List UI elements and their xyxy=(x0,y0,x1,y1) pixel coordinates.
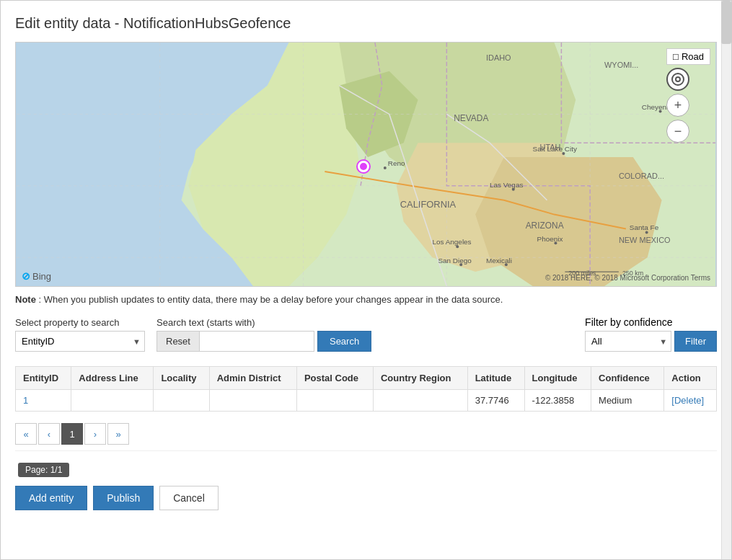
pagination-last[interactable]: » xyxy=(107,423,129,445)
scrollbar-thumb[interactable] xyxy=(721,1,731,44)
entity-id-link[interactable]: 1 xyxy=(23,395,28,406)
col-address-line: Address Line xyxy=(71,367,154,390)
map-container[interactable]: IDAHO WYOMI... NEVADA UTAH CALIFORNIA CO… xyxy=(15,42,717,287)
svg-text:Reno: Reno xyxy=(388,159,405,167)
search-input-group: Reset Search xyxy=(156,331,371,352)
col-action: Action xyxy=(664,367,717,390)
map-copyright: © 2018 HERE, © 2018 Microsoft Corporatio… xyxy=(545,274,710,282)
main-window: Edit entity data - NotificationHubsGeofe… xyxy=(0,0,732,560)
svg-text:NEVADA: NEVADA xyxy=(454,113,488,123)
cell-postal-code xyxy=(296,390,373,412)
table-body: 1 37.7746 -122.3858 Medium [Delete] xyxy=(16,390,717,412)
col-country-region: Country Region xyxy=(373,367,467,390)
reset-button[interactable]: Reset xyxy=(156,331,199,352)
svg-text:Salt Lake City: Salt Lake City xyxy=(533,145,577,153)
property-select[interactable]: EntityIDAddress LineLocalityAdmin Distri… xyxy=(15,331,145,352)
map-marker xyxy=(358,161,369,172)
pagination-section: « ‹ 1 › » xyxy=(15,417,717,451)
pagination-current[interactable]: 1 xyxy=(61,423,83,445)
zoom-in-button[interactable]: + xyxy=(666,94,689,117)
property-select-wrapper: EntityIDAddress LineLocalityAdmin Distri… xyxy=(15,331,145,352)
col-locality: Locality xyxy=(154,367,209,390)
svg-text:Los Angeles: Los Angeles xyxy=(432,238,471,246)
pagination-prev[interactable]: ‹ xyxy=(38,423,60,445)
cell-admin-district xyxy=(209,390,296,412)
search-text-group: Search text (starts with) Reset Search xyxy=(156,317,371,352)
road-icon: □ xyxy=(673,51,679,62)
add-entity-button[interactable]: Add entity xyxy=(15,486,87,510)
svg-text:NEW MEXICO: NEW MEXICO xyxy=(619,236,671,244)
note-label: Note xyxy=(15,294,36,305)
svg-point-18 xyxy=(384,166,387,169)
filter-label: Filter by confidence xyxy=(585,316,717,328)
cell-country-region xyxy=(373,390,467,412)
footer-buttons: Add entity Publish Cancel xyxy=(15,477,717,510)
col-latitude: Latitude xyxy=(467,367,524,390)
filter-row: AllHighMediumLow ▼ Filter xyxy=(585,331,717,352)
recenter-button[interactable] xyxy=(666,68,689,91)
cell-longitude: -122.3858 xyxy=(524,390,591,412)
svg-text:COLORAD...: COLORAD... xyxy=(619,172,664,180)
col-postal-code: Postal Code xyxy=(296,367,373,390)
table-row: 1 37.7746 -122.3858 Medium [Delete] xyxy=(16,390,717,412)
svg-text:San Diego: San Diego xyxy=(438,257,472,265)
search-input[interactable] xyxy=(199,331,314,352)
svg-text:ARIZONA: ARIZONA xyxy=(526,221,564,231)
delete-link[interactable]: [Delete] xyxy=(671,395,704,406)
publish-button[interactable]: Publish xyxy=(93,486,154,510)
property-search-label: Select property to search xyxy=(15,317,145,328)
map-controls: □ Road + − xyxy=(666,48,710,143)
col-admin-district: Admin District xyxy=(209,367,296,390)
svg-text:Mexicali: Mexicali xyxy=(486,257,512,265)
cell-entity-id: 1 xyxy=(16,390,71,412)
search-section: Select property to search EntityIDAddres… xyxy=(15,316,717,352)
pagination-first[interactable]: « xyxy=(15,423,37,445)
cell-latitude: 37.7746 xyxy=(467,390,524,412)
cell-confidence: Medium xyxy=(591,390,664,412)
col-entity-id: EntityID xyxy=(16,367,71,390)
page-info: Page: 1/1 xyxy=(18,463,69,477)
bing-b-icon: ⊘ xyxy=(22,270,30,282)
svg-text:Las Vegas: Las Vegas xyxy=(490,181,523,189)
svg-text:IDAHO: IDAHO xyxy=(486,53,511,62)
pagination-next[interactable]: › xyxy=(84,423,106,445)
search-button[interactable]: Search xyxy=(317,331,371,352)
svg-text:Santa Fe: Santa Fe xyxy=(630,223,659,231)
cell-locality xyxy=(154,390,209,412)
col-longitude: Longitude xyxy=(524,367,591,390)
cell-action: [Delete] xyxy=(664,390,717,412)
confidence-select[interactable]: AllHighMediumLow xyxy=(585,331,671,352)
filter-group: Filter by confidence AllHighMediumLow ▼ … xyxy=(585,316,717,352)
filter-button[interactable]: Filter xyxy=(674,331,717,352)
data-table: EntityID Address Line Locality Admin Dis… xyxy=(15,366,717,412)
bing-logo: ⊘ Bing xyxy=(22,270,51,282)
road-view-button[interactable]: □ Road xyxy=(666,48,710,65)
scrollbar-track[interactable] xyxy=(721,1,731,559)
note-text: Note : When you publish updates to entit… xyxy=(15,294,717,305)
cell-address-line xyxy=(71,390,154,412)
page-title: Edit entity data - NotificationHubsGeofe… xyxy=(15,15,717,32)
property-search-group: Select property to search EntityIDAddres… xyxy=(15,317,145,352)
svg-text:WYOMI...: WYOMI... xyxy=(604,61,638,69)
table-header: EntityID Address Line Locality Admin Dis… xyxy=(16,367,717,390)
svg-text:CALIFORNIA: CALIFORNIA xyxy=(400,199,457,210)
svg-text:Phoenix: Phoenix xyxy=(537,235,563,243)
search-text-label: Search text (starts with) xyxy=(156,317,371,328)
confidence-select-wrapper: AllHighMediumLow ▼ xyxy=(585,331,671,352)
cancel-button[interactable]: Cancel xyxy=(159,486,219,510)
zoom-out-button[interactable]: − xyxy=(666,120,689,143)
col-confidence: Confidence xyxy=(591,367,664,390)
